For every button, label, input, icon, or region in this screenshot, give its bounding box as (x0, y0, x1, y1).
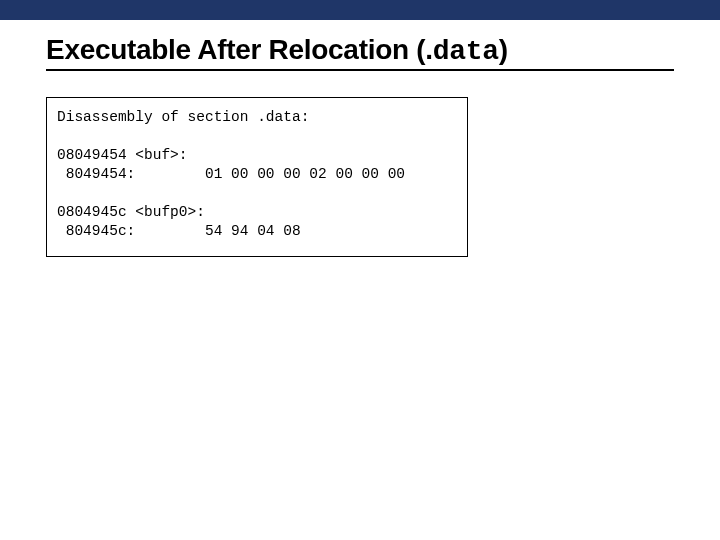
title-prefix: Executable After Relocation (. (46, 34, 433, 65)
symbol-block: 08049454 <buf>: 8049454: 01 00 00 00 02 … (57, 146, 457, 185)
symbol-line: 0804945c <bufp0>: (57, 203, 457, 223)
section-header-line: Disassembly of section .data: (57, 108, 457, 128)
symbol-block: 0804945c <bufp0>: 804945c: 54 94 04 08 (57, 203, 457, 242)
title-suffix: ) (499, 34, 508, 65)
hex-data-line: 804945c: 54 94 04 08 (57, 222, 457, 242)
hex-data-line: 8049454: 01 00 00 00 02 00 00 00 (57, 165, 457, 185)
disassembly-box: Disassembly of section .data: 08049454 <… (46, 97, 468, 257)
title-mono-segment: data (433, 36, 499, 67)
title-underline (46, 69, 674, 71)
slide-title: Executable After Relocation (.data) (46, 34, 720, 67)
top-accent-bar (0, 0, 720, 20)
symbol-line: 08049454 <buf>: (57, 146, 457, 166)
